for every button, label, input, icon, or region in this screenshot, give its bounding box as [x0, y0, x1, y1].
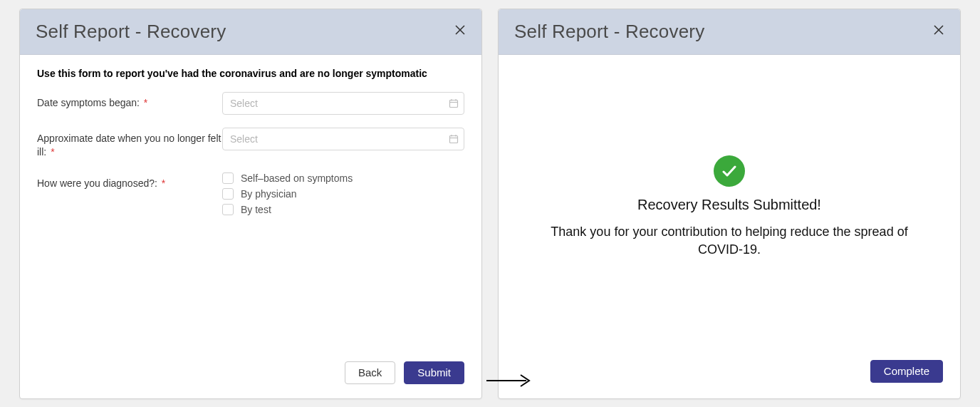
checkbox-test[interactable] [222, 204, 234, 215]
date-input-symptoms-began [222, 92, 464, 115]
field-label: Approximate date when you no longer felt… [37, 128, 222, 160]
checkbox-label: Self–based on symptoms [241, 172, 353, 184]
checkbox-physician[interactable] [222, 188, 234, 200]
required-marker: * [162, 177, 165, 189]
date-input-no-longer-ill [222, 128, 464, 150]
field-label: Date symptoms began: * [37, 92, 222, 110]
panel-footer: Back Submit [37, 361, 464, 386]
panel-header: Self Report - Recovery [20, 9, 481, 55]
checkbox-self[interactable] [222, 172, 234, 184]
close-button[interactable] [929, 21, 949, 41]
form-instructions: Use this form to report you've had the c… [37, 68, 464, 79]
success-title: Recovery Results Submitted! [637, 197, 821, 213]
checkbox-row: Self–based on symptoms [222, 172, 464, 184]
symptoms-began-input[interactable] [222, 92, 464, 115]
panel-title: Self Report - Recovery [514, 21, 704, 43]
checkbox-row: By test [222, 204, 464, 215]
back-button[interactable]: Back [345, 361, 395, 384]
success-check-icon [714, 155, 745, 187]
close-icon [454, 24, 466, 38]
field-row-symptoms-began: Date symptoms began: * [37, 92, 464, 115]
field-label: How were you diagnosed?: * [37, 172, 222, 191]
confirmation-panel: Self Report - Recovery Recovery Results … [498, 9, 961, 399]
required-marker: * [51, 146, 54, 158]
panel-body: Use this form to report you've had the c… [20, 55, 481, 398]
panel-header: Self Report - Recovery [499, 9, 960, 55]
field-row-diagnosed: How were you diagnosed?: * Self–based on… [37, 172, 464, 220]
required-marker: * [144, 97, 147, 108]
success-body: Recovery Results Submitted! Thank you fo… [499, 55, 960, 360]
checkbox-label: By physician [241, 188, 297, 200]
close-icon [933, 24, 944, 38]
close-button[interactable] [450, 21, 470, 41]
submit-button[interactable]: Submit [404, 361, 464, 384]
checkbox-row: By physician [222, 188, 464, 200]
success-text: Thank you for your contribution to helpi… [541, 223, 917, 259]
field-row-no-longer-ill: Approximate date when you no longer felt… [37, 128, 464, 160]
complete-button[interactable]: Complete [870, 360, 943, 383]
form-panel: Self Report - Recovery Use this form to … [19, 9, 482, 399]
checkbox-label: By test [241, 204, 271, 215]
panel-footer: Complete [499, 360, 960, 398]
panel-title: Self Report - Recovery [36, 21, 226, 43]
diagnosed-options: Self–based on symptoms By physician By t… [222, 172, 464, 220]
no-longer-ill-input[interactable] [222, 128, 464, 150]
